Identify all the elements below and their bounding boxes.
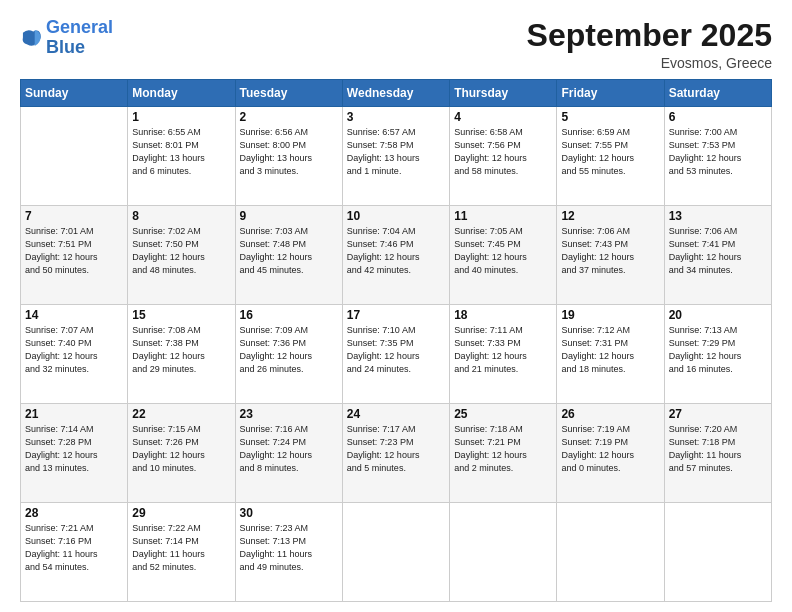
day-info: Sunrise: 7:07 AM Sunset: 7:40 PM Dayligh… [25,324,123,376]
day-info: Sunrise: 6:57 AM Sunset: 7:58 PM Dayligh… [347,126,445,178]
day-number: 28 [25,506,123,520]
col-tuesday: Tuesday [235,80,342,107]
day-number: 9 [240,209,338,223]
calendar-table: Sunday Monday Tuesday Wednesday Thursday… [20,79,772,602]
day-number: 13 [669,209,767,223]
header: General Blue September 2025 Evosmos, Gre… [20,18,772,71]
day-number: 14 [25,308,123,322]
table-row: 23Sunrise: 7:16 AM Sunset: 7:24 PM Dayli… [235,404,342,503]
day-number: 3 [347,110,445,124]
calendar-week-row: 28Sunrise: 7:21 AM Sunset: 7:16 PM Dayli… [21,503,772,602]
day-number: 24 [347,407,445,421]
day-info: Sunrise: 7:11 AM Sunset: 7:33 PM Dayligh… [454,324,552,376]
table-row: 15Sunrise: 7:08 AM Sunset: 7:38 PM Dayli… [128,305,235,404]
day-info: Sunrise: 7:19 AM Sunset: 7:19 PM Dayligh… [561,423,659,475]
table-row: 22Sunrise: 7:15 AM Sunset: 7:26 PM Dayli… [128,404,235,503]
table-row: 8Sunrise: 7:02 AM Sunset: 7:50 PM Daylig… [128,206,235,305]
table-row [450,503,557,602]
day-number: 1 [132,110,230,124]
day-info: Sunrise: 7:00 AM Sunset: 7:53 PM Dayligh… [669,126,767,178]
day-info: Sunrise: 7:18 AM Sunset: 7:21 PM Dayligh… [454,423,552,475]
table-row: 14Sunrise: 7:07 AM Sunset: 7:40 PM Dayli… [21,305,128,404]
table-row [557,503,664,602]
logo-general: General [46,17,113,37]
logo-text: General Blue [46,18,113,58]
col-sunday: Sunday [21,80,128,107]
logo-icon [20,27,42,49]
table-row [664,503,771,602]
table-row: 18Sunrise: 7:11 AM Sunset: 7:33 PM Dayli… [450,305,557,404]
day-number: 20 [669,308,767,322]
table-row: 11Sunrise: 7:05 AM Sunset: 7:45 PM Dayli… [450,206,557,305]
calendar-week-row: 14Sunrise: 7:07 AM Sunset: 7:40 PM Dayli… [21,305,772,404]
day-number: 17 [347,308,445,322]
day-info: Sunrise: 7:12 AM Sunset: 7:31 PM Dayligh… [561,324,659,376]
table-row: 29Sunrise: 7:22 AM Sunset: 7:14 PM Dayli… [128,503,235,602]
col-thursday: Thursday [450,80,557,107]
table-row: 4Sunrise: 6:58 AM Sunset: 7:56 PM Daylig… [450,107,557,206]
day-info: Sunrise: 7:17 AM Sunset: 7:23 PM Dayligh… [347,423,445,475]
table-row: 24Sunrise: 7:17 AM Sunset: 7:23 PM Dayli… [342,404,449,503]
day-number: 6 [669,110,767,124]
table-row: 25Sunrise: 7:18 AM Sunset: 7:21 PM Dayli… [450,404,557,503]
day-info: Sunrise: 7:20 AM Sunset: 7:18 PM Dayligh… [669,423,767,475]
title-block: September 2025 Evosmos, Greece [527,18,772,71]
day-number: 26 [561,407,659,421]
calendar-week-row: 1Sunrise: 6:55 AM Sunset: 8:01 PM Daylig… [21,107,772,206]
day-number: 7 [25,209,123,223]
day-info: Sunrise: 7:13 AM Sunset: 7:29 PM Dayligh… [669,324,767,376]
table-row: 6Sunrise: 7:00 AM Sunset: 7:53 PM Daylig… [664,107,771,206]
day-number: 21 [25,407,123,421]
day-info: Sunrise: 7:10 AM Sunset: 7:35 PM Dayligh… [347,324,445,376]
day-info: Sunrise: 7:06 AM Sunset: 7:41 PM Dayligh… [669,225,767,277]
table-row: 16Sunrise: 7:09 AM Sunset: 7:36 PM Dayli… [235,305,342,404]
day-info: Sunrise: 7:08 AM Sunset: 7:38 PM Dayligh… [132,324,230,376]
day-info: Sunrise: 6:56 AM Sunset: 8:00 PM Dayligh… [240,126,338,178]
day-info: Sunrise: 6:59 AM Sunset: 7:55 PM Dayligh… [561,126,659,178]
col-wednesday: Wednesday [342,80,449,107]
table-row: 27Sunrise: 7:20 AM Sunset: 7:18 PM Dayli… [664,404,771,503]
table-row [21,107,128,206]
calendar-week-row: 7Sunrise: 7:01 AM Sunset: 7:51 PM Daylig… [21,206,772,305]
day-info: Sunrise: 7:05 AM Sunset: 7:45 PM Dayligh… [454,225,552,277]
day-number: 12 [561,209,659,223]
day-number: 23 [240,407,338,421]
calendar-week-row: 21Sunrise: 7:14 AM Sunset: 7:28 PM Dayli… [21,404,772,503]
table-row: 21Sunrise: 7:14 AM Sunset: 7:28 PM Dayli… [21,404,128,503]
day-info: Sunrise: 7:02 AM Sunset: 7:50 PM Dayligh… [132,225,230,277]
table-row: 12Sunrise: 7:06 AM Sunset: 7:43 PM Dayli… [557,206,664,305]
table-row: 3Sunrise: 6:57 AM Sunset: 7:58 PM Daylig… [342,107,449,206]
subtitle: Evosmos, Greece [527,55,772,71]
table-row: 10Sunrise: 7:04 AM Sunset: 7:46 PM Dayli… [342,206,449,305]
table-row: 5Sunrise: 6:59 AM Sunset: 7:55 PM Daylig… [557,107,664,206]
table-row: 1Sunrise: 6:55 AM Sunset: 8:01 PM Daylig… [128,107,235,206]
day-info: Sunrise: 7:22 AM Sunset: 7:14 PM Dayligh… [132,522,230,574]
day-number: 2 [240,110,338,124]
table-row: 28Sunrise: 7:21 AM Sunset: 7:16 PM Dayli… [21,503,128,602]
day-info: Sunrise: 7:16 AM Sunset: 7:24 PM Dayligh… [240,423,338,475]
col-monday: Monday [128,80,235,107]
day-info: Sunrise: 7:21 AM Sunset: 7:16 PM Dayligh… [25,522,123,574]
table-row: 17Sunrise: 7:10 AM Sunset: 7:35 PM Dayli… [342,305,449,404]
day-number: 5 [561,110,659,124]
table-row: 26Sunrise: 7:19 AM Sunset: 7:19 PM Dayli… [557,404,664,503]
table-row: 7Sunrise: 7:01 AM Sunset: 7:51 PM Daylig… [21,206,128,305]
day-info: Sunrise: 7:14 AM Sunset: 7:28 PM Dayligh… [25,423,123,475]
day-number: 15 [132,308,230,322]
day-number: 29 [132,506,230,520]
day-number: 19 [561,308,659,322]
day-number: 22 [132,407,230,421]
day-info: Sunrise: 6:55 AM Sunset: 8:01 PM Dayligh… [132,126,230,178]
col-saturday: Saturday [664,80,771,107]
day-info: Sunrise: 7:23 AM Sunset: 7:13 PM Dayligh… [240,522,338,574]
calendar-header-row: Sunday Monday Tuesday Wednesday Thursday… [21,80,772,107]
day-info: Sunrise: 7:09 AM Sunset: 7:36 PM Dayligh… [240,324,338,376]
day-number: 27 [669,407,767,421]
logo: General Blue [20,18,113,58]
day-number: 11 [454,209,552,223]
table-row: 19Sunrise: 7:12 AM Sunset: 7:31 PM Dayli… [557,305,664,404]
day-info: Sunrise: 7:01 AM Sunset: 7:51 PM Dayligh… [25,225,123,277]
day-number: 4 [454,110,552,124]
day-number: 10 [347,209,445,223]
table-row: 30Sunrise: 7:23 AM Sunset: 7:13 PM Dayli… [235,503,342,602]
